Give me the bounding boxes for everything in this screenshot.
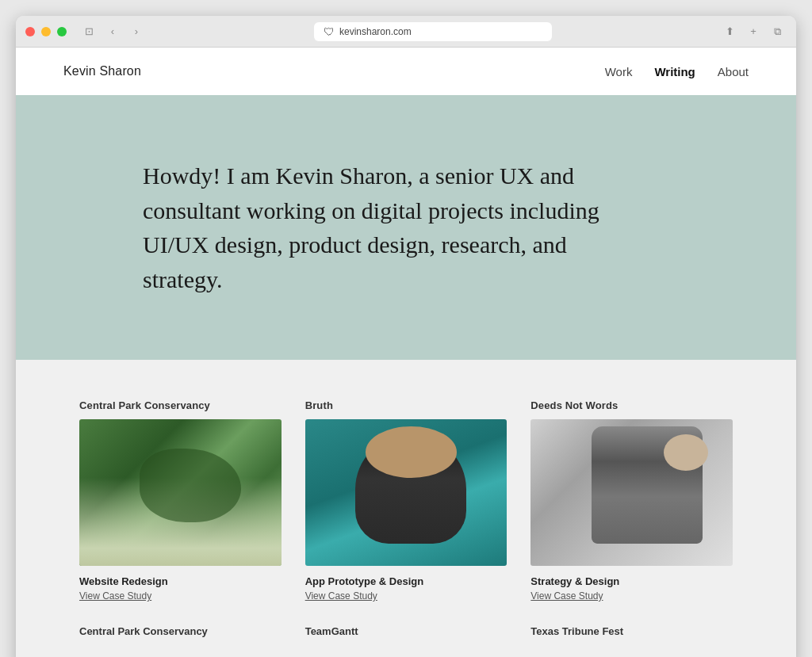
nav-work[interactable]: Work: [605, 65, 633, 78]
dot-red[interactable]: [25, 27, 35, 36]
nav-writing[interactable]: Writing: [654, 65, 695, 78]
hero-text: Howdy! I am Kevin Sharon, a senior UX an…: [143, 159, 619, 296]
dot-green[interactable]: [57, 27, 67, 36]
portfolio-image-2[interactable]: [305, 419, 508, 566]
portfolio-title-2: Bruth: [305, 399, 508, 411]
nav-about[interactable]: About: [718, 65, 749, 78]
dot-yellow[interactable]: [41, 27, 51, 36]
deeds-image: [530, 419, 733, 566]
site-header: Kevin Sharon Work Writing About: [16, 48, 796, 95]
portfolio-subtitle-3: Strategy & Design: [530, 575, 733, 587]
url-text: kevinsharon.com: [339, 26, 412, 37]
central-park-image: [79, 419, 282, 566]
address-bar-container: 🛡 kevinsharon.com: [162, 22, 704, 41]
portfolio-item-2: Bruth App Prototype & Design View Case S…: [305, 399, 508, 602]
browser-titlebar: ⊡ ‹ › 🛡 kevinsharon.com ⬆ + ⧉: [16, 16, 796, 48]
portfolio-section: Central Park Conservancy Website Redesig…: [16, 360, 796, 657]
address-bar[interactable]: 🛡 kevinsharon.com: [314, 22, 552, 41]
portfolio-subtitle-2: App Prototype & Design: [305, 575, 508, 587]
hero-section: Howdy! I am Kevin Sharon, a senior UX an…: [16, 95, 796, 360]
browser-window: ⊡ ‹ › 🛡 kevinsharon.com ⬆ + ⧉ Kevin Shar…: [16, 16, 796, 657]
browser-toolbar-right: ⬆ + ⧉: [720, 22, 787, 41]
back-button[interactable]: ‹: [103, 22, 122, 41]
next-title-1: Central Park Conservancy: [79, 625, 282, 637]
shield-icon: 🛡: [324, 25, 335, 38]
share-button[interactable]: ⬆: [720, 22, 739, 41]
portfolio-image-3[interactable]: [530, 419, 733, 566]
site-logo[interactable]: Kevin Sharon: [63, 64, 141, 78]
portfolio-link-3[interactable]: View Case Study: [530, 590, 733, 602]
website-content: Kevin Sharon Work Writing About Howdy! I…: [16, 48, 796, 657]
site-nav: Work Writing About: [605, 65, 749, 78]
portfolio-title-1: Central Park Conservancy: [79, 399, 282, 411]
bruth-image: [305, 419, 508, 566]
portfolio-subtitle-1: Website Redesign: [79, 575, 282, 587]
portfolio-grid: Central Park Conservancy Website Redesig…: [79, 399, 733, 602]
new-tab-button[interactable]: +: [744, 22, 763, 41]
portfolio-item-1: Central Park Conservancy Website Redesig…: [79, 399, 282, 602]
next-title-2: TeamGantt: [305, 625, 508, 637]
portfolio-link-2[interactable]: View Case Study: [305, 590, 508, 602]
sidebar-toggle-button[interactable]: ⊡: [79, 22, 98, 41]
portfolio-link-1[interactable]: View Case Study: [79, 590, 282, 602]
portfolio-title-3: Deeds Not Words: [530, 399, 733, 411]
tabs-button[interactable]: ⧉: [768, 22, 787, 41]
forward-button[interactable]: ›: [127, 22, 146, 41]
portfolio-next-row: Central Park Conservancy TeamGantt Texas…: [79, 625, 733, 645]
portfolio-item-3: Deeds Not Words Strategy & Design View C…: [530, 399, 733, 602]
portfolio-image-1[interactable]: [79, 419, 282, 566]
next-title-3: Texas Tribune Fest: [530, 625, 733, 637]
